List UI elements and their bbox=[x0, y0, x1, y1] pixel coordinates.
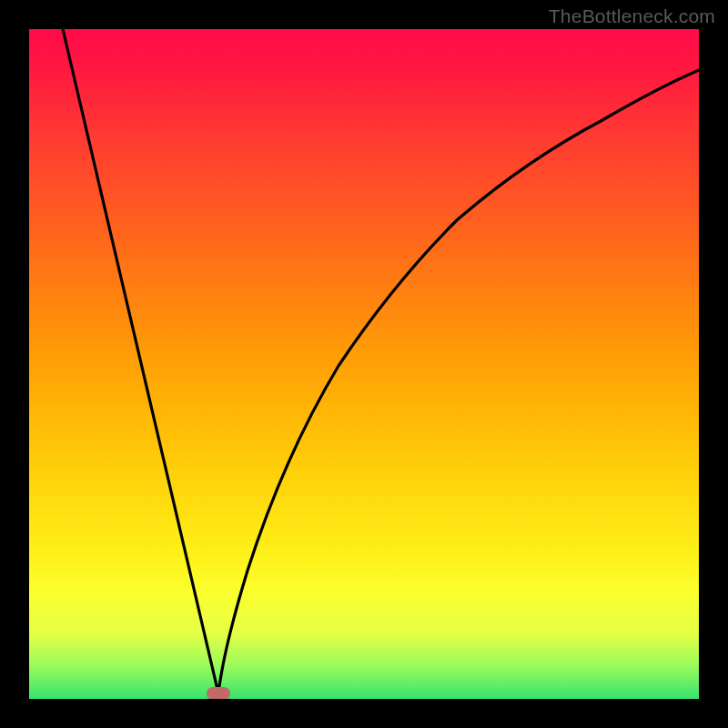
highlight-marker bbox=[207, 687, 230, 699]
plot-area bbox=[29, 29, 699, 699]
curve-path bbox=[63, 29, 699, 693]
chart-frame: TheBottleneck.com bbox=[0, 0, 728, 728]
bottleneck-curve bbox=[29, 29, 699, 699]
watermark-text: TheBottleneck.com bbox=[549, 5, 715, 27]
